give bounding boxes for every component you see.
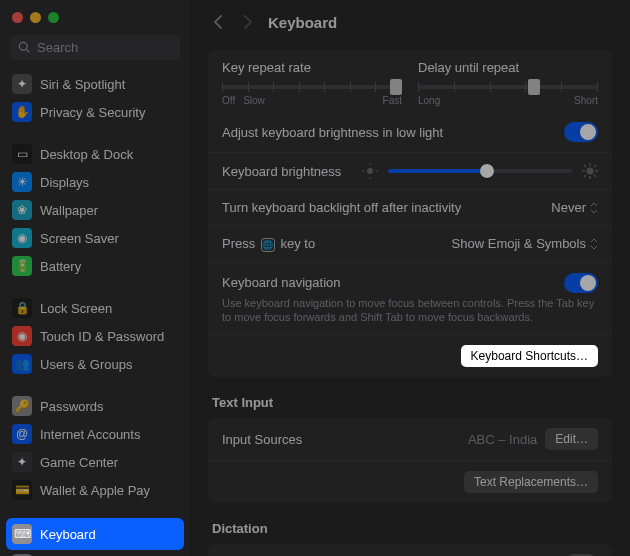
sidebar-icon: ☀ <box>12 172 32 192</box>
sidebar-icon: 💳 <box>12 480 32 500</box>
press-globe-label: Press 🌐 key to <box>222 236 315 252</box>
dictation-title: Dictation <box>212 521 608 536</box>
sidebar-item-desktop-dock[interactable]: ▭Desktop & Dock <box>0 140 190 168</box>
backlight-off-popup[interactable]: Never <box>551 200 598 215</box>
sidebar-item-label: Screen Saver <box>40 231 119 246</box>
key-repeat-label: Key repeat rate <box>222 60 402 75</box>
sidebar-item-label: Users & Groups <box>40 357 132 372</box>
text-replacements-button[interactable]: Text Replacements… <box>464 471 598 493</box>
chevron-updown-icon <box>590 202 598 214</box>
kbd-nav-desc: Use keyboard navigation to move focus be… <box>222 296 598 325</box>
sidebar-item-label: Siri & Spotlight <box>40 77 125 92</box>
sidebar-item-wallet-apple-pay[interactable]: 💳Wallet & Apple Pay <box>0 476 190 504</box>
forward-button[interactable] <box>238 12 258 32</box>
kbd-nav-label: Keyboard navigation <box>222 275 341 290</box>
sidebar-item-battery[interactable]: 🔋Battery <box>0 252 190 280</box>
input-sources-value: ABC – India <box>468 432 537 447</box>
sidebar-item-touch-id-password[interactable]: ◉Touch ID & Password <box>0 322 190 350</box>
close-icon[interactable] <box>12 12 23 23</box>
sidebar-item-internet-accounts[interactable]: @Internet Accounts <box>0 420 190 448</box>
search-input[interactable]: Search <box>10 35 180 60</box>
svg-point-5 <box>587 168 594 175</box>
kbd-nav-toggle[interactable] <box>564 273 598 293</box>
sidebar-item-label: Privacy & Security <box>40 105 145 120</box>
key-repeat-slider[interactable] <box>222 85 402 89</box>
sidebar-item-trackpad[interactable]: ▭Trackpad <box>0 550 190 556</box>
svg-line-12 <box>584 175 586 177</box>
sidebar-item-label: Touch ID & Password <box>40 329 164 344</box>
kbd-brightness-slider[interactable] <box>388 169 572 173</box>
sidebar-icon: ◉ <box>12 228 32 248</box>
window-controls <box>0 8 190 31</box>
sidebar-item-label: Passwords <box>40 399 104 414</box>
sidebar-icon: 🔋 <box>12 256 32 276</box>
press-globe-popup[interactable]: Show Emoji & Symbols <box>452 236 598 251</box>
chevron-updown-icon <box>590 238 598 250</box>
kbd-brightness-label: Keyboard brightness <box>222 164 352 179</box>
sidebar-item-label: Internet Accounts <box>40 427 140 442</box>
sidebar-icon: ◉ <box>12 326 32 346</box>
adjust-brightness-label: Adjust keyboard brightness in low light <box>222 125 443 140</box>
brightness-high-icon <box>582 163 598 179</box>
sidebar-icon: ▭ <box>12 144 32 164</box>
sidebar-icon: ✦ <box>12 452 32 472</box>
svg-line-10 <box>584 165 586 167</box>
delay-repeat-slider[interactable] <box>418 85 598 89</box>
minimize-icon[interactable] <box>30 12 41 23</box>
sidebar-item-lock-screen[interactable]: 🔒Lock Screen <box>0 294 190 322</box>
backlight-off-label: Turn keyboard backlight off after inacti… <box>222 200 461 215</box>
sidebar-item-keyboard[interactable]: ⌨Keyboard <box>6 518 184 550</box>
sidebar-icon: @ <box>12 424 32 444</box>
sidebar-item-screen-saver[interactable]: ◉Screen Saver <box>0 224 190 252</box>
svg-line-13 <box>594 165 596 167</box>
sidebar-item-label: Desktop & Dock <box>40 147 133 162</box>
sidebar-item-label: Displays <box>40 175 89 190</box>
edit-input-sources-button[interactable]: Edit… <box>545 428 598 450</box>
sidebar-icon: 🔑 <box>12 396 32 416</box>
brightness-low-icon <box>362 163 378 179</box>
sidebar-icon: ✦ <box>12 74 32 94</box>
sidebar-nav: ✦Siri & Spotlight✋Privacy & Security▭Des… <box>0 70 190 556</box>
sidebar-icon: ⌨ <box>12 524 32 544</box>
sidebar-item-displays[interactable]: ☀Displays <box>0 168 190 196</box>
sidebar-item-label: Lock Screen <box>40 301 112 316</box>
input-sources-label: Input Sources <box>222 432 302 447</box>
svg-point-0 <box>367 168 373 174</box>
sidebar-item-label: Game Center <box>40 455 118 470</box>
search-icon <box>18 41 31 54</box>
delay-repeat-label: Delay until repeat <box>418 60 598 75</box>
zoom-icon[interactable] <box>48 12 59 23</box>
sidebar-item-label: Battery <box>40 259 81 274</box>
sidebar-icon: 🔒 <box>12 298 32 318</box>
globe-icon: 🌐 <box>261 238 275 252</box>
sidebar-item-passwords[interactable]: 🔑Passwords <box>0 392 190 420</box>
page-title: Keyboard <box>268 14 337 31</box>
sidebar-item-label: Wallpaper <box>40 203 98 218</box>
sidebar-item-game-center[interactable]: ✦Game Center <box>0 448 190 476</box>
back-button[interactable] <box>208 12 228 32</box>
sidebar-icon: ✋ <box>12 102 32 122</box>
svg-line-11 <box>594 175 596 177</box>
sidebar-item-label: Keyboard <box>40 527 96 542</box>
sidebar-item-users-groups[interactable]: 👥Users & Groups <box>0 350 190 378</box>
sidebar-item-wallpaper[interactable]: ❀Wallpaper <box>0 196 190 224</box>
sidebar-icon: 👥 <box>12 354 32 374</box>
keyboard-shortcuts-button[interactable]: Keyboard Shortcuts… <box>461 345 598 367</box>
search-placeholder: Search <box>37 40 78 55</box>
adjust-brightness-toggle[interactable] <box>564 122 598 142</box>
sidebar-item-siri-spotlight[interactable]: ✦Siri & Spotlight <box>0 70 190 98</box>
sidebar-icon: ❀ <box>12 200 32 220</box>
sidebar-item-privacy-security[interactable]: ✋Privacy & Security <box>0 98 190 126</box>
text-input-title: Text Input <box>212 395 608 410</box>
sidebar-item-label: Wallet & Apple Pay <box>40 483 150 498</box>
